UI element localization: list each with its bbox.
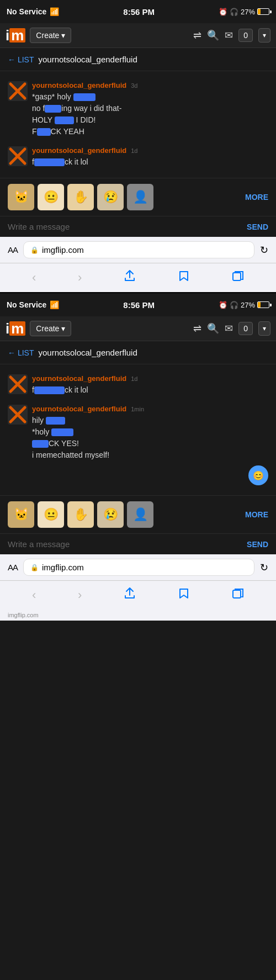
send-button-2[interactable]: SEND [247, 540, 268, 549]
search-icon[interactable]: 🔍 [207, 29, 219, 41]
battery-percent-2: 27% [241, 301, 255, 309]
refresh-button-1[interactable]: ↻ [260, 244, 268, 256]
message-content-2a: yournotsolocal_genderfluid 1d fck it lol [32, 374, 268, 396]
logo-2[interactable]: im [6, 321, 25, 336]
notification-count-2[interactable]: 0 [238, 322, 253, 335]
message-header-2: yournotsolocal_genderfluid 1d [32, 146, 268, 155]
message-input-area-2: Write a message SEND [0, 533, 276, 554]
user-avatar-2a [8, 374, 28, 394]
avatar-thumb-1[interactable]: 🐱 [8, 184, 34, 210]
avatar-thumb-2-5[interactable]: 👤 [127, 501, 153, 528]
share-button-1[interactable] [118, 268, 141, 288]
back-list-link-2[interactable]: ← LIST [8, 348, 34, 357]
back-list-link-1[interactable]: ← LIST [8, 55, 34, 64]
message-text-2b2: *holy [32, 426, 268, 438]
create-label: Create [36, 31, 59, 40]
message-text-2b4: i memechatted myself! [32, 449, 268, 461]
create-button-2[interactable]: Create ▾ [30, 321, 71, 336]
more-avatars-button-2[interactable]: MORE [245, 510, 268, 519]
logo-m: m [9, 28, 25, 43]
avatar-thumb-2-2[interactable]: 😐 [38, 501, 64, 528]
mail-icon[interactable]: ✉ [225, 29, 233, 41]
nav-dropdown-button-2[interactable]: ▾ [258, 321, 270, 336]
share-button-2[interactable] [118, 585, 141, 605]
url-text-2: imgflip.com [42, 563, 84, 572]
logo[interactable]: im [6, 28, 25, 43]
wifi-icon: 📶 [50, 7, 59, 16]
create-button[interactable]: Create ▾ [30, 28, 71, 43]
refresh-button-2[interactable]: ↻ [260, 561, 268, 574]
avatar-thumb-2-1[interactable]: 🐱 [8, 501, 34, 528]
create-label-2: Create [36, 324, 59, 333]
message-content-2: yournotsolocal_genderfluid 1d fck it lol [32, 146, 268, 168]
shuffle-icon[interactable]: ⇌ [193, 29, 201, 41]
message-header-2b: yournotsolocal_genderfluid 1min [32, 405, 268, 413]
message-text-2b3: CK YES! [32, 438, 268, 449]
avatar-thumb-4[interactable]: 😢 [97, 184, 124, 210]
shuffle-icon-2[interactable]: ⇌ [193, 322, 201, 335]
create-dropdown-icon: ▾ [61, 31, 65, 40]
message-group-1: yournotsolocal_genderfluid 3d *gasp* hol… [0, 77, 276, 142]
chat-title-2: yournotsolocal_genderfluid [38, 348, 137, 357]
status-bar-1: No Service 📶 8:56 PM ⏰ 🎧 27% [0, 0, 276, 23]
back-nav-1: ← LIST yournotsolocal_genderfluid [0, 48, 276, 71]
alarm-icon-2: ⏰ [219, 301, 227, 309]
nav-bar-2: im Create ▾ ⇌ 🔍 ✉ 0 ▾ [0, 316, 276, 341]
no-service-text: No Service [7, 7, 46, 16]
avatar-thumb-2-3[interactable]: ✋ [67, 501, 94, 528]
search-icon-2[interactable]: 🔍 [207, 322, 219, 335]
forward-button-2[interactable]: › [72, 586, 87, 605]
tabs-button-2[interactable] [226, 585, 250, 605]
notification-count[interactable]: 0 [238, 29, 253, 42]
message-input-2[interactable]: Write a message [8, 539, 241, 549]
bookmarks-button-1[interactable] [172, 268, 195, 288]
font-size-button-1[interactable]: AA [8, 245, 18, 255]
chat-area-2: ← LIST yournotsolocal_genderfluid yourno… [0, 341, 276, 554]
message-text-1d: FCK YEAH [32, 126, 268, 137]
alarm-icon: ⏰ [219, 8, 227, 16]
message-time-2a: 1d [131, 375, 137, 382]
font-size-button-2[interactable]: AA [8, 563, 18, 572]
avatar-row-1: 🐱 😐 ✋ 😢 👤 MORE [0, 178, 276, 216]
censor-block-4 [37, 128, 51, 136]
censor-block-2 [45, 105, 61, 113]
avatar-thumb-5[interactable]: 👤 [127, 184, 153, 210]
message-text-2a1: fck it lol [32, 384, 268, 396]
avatar-thumb-2[interactable]: 😐 [38, 184, 64, 210]
send-button-1[interactable]: SEND [247, 223, 268, 231]
browser-bar-2: AA 🔒 imgflip.com ↻ [0, 554, 276, 580]
mail-icon-2[interactable]: ✉ [225, 322, 233, 335]
message-content-1: yournotsolocal_genderfluid 3d *gasp* hol… [32, 81, 268, 137]
url-bar-2[interactable]: 🔒 imgflip.com [23, 559, 254, 576]
message-text-2b1: hily [32, 415, 268, 426]
status-right-2: ⏰ 🎧 27% [219, 301, 269, 309]
reaction-bubble[interactable]: 😊 [248, 465, 268, 485]
more-avatars-button-1[interactable]: MORE [245, 193, 268, 202]
message-username-1: yournotsolocal_genderfluid [32, 81, 126, 89]
bookmarks-button-2[interactable] [172, 585, 195, 605]
censor-block-1 [73, 93, 95, 101]
message-text-1c: HOLY I DID! [32, 114, 268, 126]
logo-i-2: i [6, 321, 9, 336]
message-text-1a: *gasp* holy [32, 91, 268, 103]
avatar-thumb-2-4[interactable]: 😢 [97, 501, 124, 528]
forward-button-1[interactable]: › [72, 268, 87, 287]
nav-bar-1: im Create ▾ ⇌ 🔍 ✉ 0 ▾ [0, 23, 276, 48]
censor-block-2a1 [34, 386, 65, 394]
avatar-thumb-3[interactable]: ✋ [67, 184, 94, 210]
message-input-1[interactable]: Write a message [8, 222, 241, 231]
url-bar-1[interactable]: 🔒 imgflip.com [23, 241, 254, 258]
lock-icon-1: 🔒 [30, 246, 39, 254]
chat-area-1: ← LIST yournotsolocal_genderfluid yourno… [0, 48, 276, 237]
create-dropdown-icon-2: ▾ [61, 324, 65, 333]
back-button-1[interactable]: ‹ [26, 268, 41, 287]
nav-dropdown-button[interactable]: ▾ [258, 28, 270, 43]
back-button-2[interactable]: ‹ [26, 586, 41, 605]
user-avatar-2b [8, 405, 28, 425]
chat-title-1: yournotsolocal_genderfluid [38, 55, 137, 64]
censor-block-5 [34, 158, 65, 166]
url-text-1: imgflip.com [42, 245, 84, 255]
browser-nav-1: ‹ › [0, 263, 276, 292]
message-time-1: 3d [131, 82, 137, 89]
tabs-button-1[interactable] [226, 268, 250, 288]
